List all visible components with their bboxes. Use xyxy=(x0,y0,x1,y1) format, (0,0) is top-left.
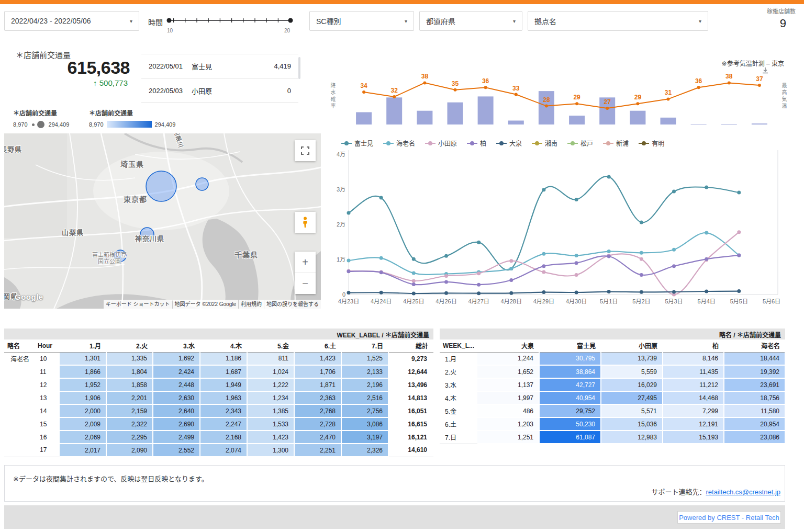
column-header[interactable]: Hour xyxy=(35,339,60,352)
heatmap-cell: 1,222 xyxy=(247,378,294,391)
column-header[interactable]: 柏 xyxy=(663,339,724,352)
heatmap-cell: 12,983 xyxy=(601,431,663,444)
support-contact: サポート連絡先：retailtech.cs@crestnet.jp xyxy=(651,486,780,496)
y-axis-label: 4万 xyxy=(337,151,345,157)
prefecture-filter[interactable]: 都道府県 ▾ xyxy=(419,11,522,31)
group-label-cell: 海老名 xyxy=(4,352,35,365)
fullscreen-button[interactable] xyxy=(295,140,316,161)
temp-label: 36 xyxy=(695,77,702,85)
pegman-button[interactable] xyxy=(295,212,316,233)
bubble-legend-min: 8,970 xyxy=(13,121,28,128)
heatmap-cell: 15,036 xyxy=(601,417,663,431)
column-header[interactable]: 総計 xyxy=(388,339,433,352)
column-header[interactable]: 略名 xyxy=(4,339,35,352)
site-filter[interactable]: 拠点名 ▾ xyxy=(528,11,708,31)
powered-by-button[interactable]: Powered by CREST - Retail Tech xyxy=(677,511,781,524)
column-header[interactable]: 1.月 xyxy=(60,339,106,352)
map[interactable]: 長野県埼玉県東京都山梨県神奈川県千葉県静岡県利根川 富士箱根伊豆国立公園 Goo… xyxy=(4,133,321,309)
temp-point xyxy=(758,84,761,87)
zoom-in-button[interactable]: + xyxy=(295,252,316,273)
temp-point xyxy=(454,88,457,92)
heatmap-cell: 18,444 xyxy=(724,352,785,365)
data-point xyxy=(347,269,351,273)
mini-table-row: 2022/05/01富士見4,419 xyxy=(141,54,298,78)
column-header[interactable]: 小田原 xyxy=(601,339,663,352)
heatmap-cell: 50,230 xyxy=(539,417,601,431)
hour-cell: 16 xyxy=(35,431,60,444)
temp-point xyxy=(362,90,365,94)
hour-cell: 10 xyxy=(35,352,60,365)
heatmap-cell: 1,906 xyxy=(60,391,106,404)
zoom-out-button[interactable]: − xyxy=(295,273,316,294)
precip-bar xyxy=(569,116,585,124)
temp-label: 27 xyxy=(604,98,611,106)
y-axis-label: 0 xyxy=(342,291,345,298)
table-row: 3.水1,13742,72716,02911,21223,691 xyxy=(440,378,785,391)
heatmap-cell: 13,739 xyxy=(601,352,663,365)
column-header[interactable]: 4.木 xyxy=(200,339,247,352)
data-point xyxy=(509,278,513,282)
heatmap-cell: 1,952 xyxy=(60,378,106,391)
column-header[interactable]: 富士見 xyxy=(539,339,601,352)
data-point xyxy=(509,259,513,263)
y-axis-label: 1万 xyxy=(337,256,345,263)
data-point xyxy=(705,290,708,293)
store-bubble[interactable] xyxy=(196,178,208,190)
heatmap-cell: 1,692 xyxy=(153,352,200,365)
slider-min-label: 10 xyxy=(167,28,173,33)
color-legend-max: 294,409 xyxy=(155,121,176,128)
export-icon[interactable] xyxy=(762,67,769,74)
heatmap-cell: 5,571 xyxy=(601,404,663,417)
weekday-table: 略名 / ＊店舗前交通量 WEEK_L...大泉富士見小田原柏海老名1.月1,2… xyxy=(440,329,785,444)
x-axis-label: 4月23日 xyxy=(338,298,359,304)
zoom-control: + − xyxy=(295,252,316,294)
date-range-filter[interactable]: 2022/04/23 - 2022/05/06 ▾ xyxy=(4,11,139,31)
data-point xyxy=(640,251,643,255)
total-cell: 16,121 xyxy=(388,431,433,444)
column-header[interactable]: 6.土 xyxy=(294,339,341,352)
time-slider-filter[interactable]: 時間 10 20 xyxy=(148,11,305,35)
precip-bar xyxy=(721,124,737,124)
column-header[interactable]: 7.日 xyxy=(341,339,388,352)
temp-label: 29 xyxy=(573,94,580,101)
time-slider[interactable] xyxy=(165,12,296,30)
small-bubble-icon xyxy=(32,123,35,126)
heatmap-cell: 27,495 xyxy=(601,391,663,404)
store-count-label: 稼働店舗数 xyxy=(722,7,796,15)
store-bubble[interactable] xyxy=(140,228,154,241)
heatmap-cell: 2,009 xyxy=(60,417,106,431)
temp-label: 38 xyxy=(421,73,429,80)
heatmap-cell: 1,533 xyxy=(247,417,294,431)
support-email-link[interactable]: retailtech.cs@crestnet.jp xyxy=(706,488,780,496)
store-bubble[interactable] xyxy=(146,171,176,201)
mini-table-row: 2022/05/03小田原0 xyxy=(141,78,298,103)
slider-handle-max[interactable] xyxy=(288,18,293,23)
column-header[interactable]: WEEK_L... xyxy=(440,339,477,352)
column-header[interactable]: 大泉 xyxy=(477,339,539,352)
report-error-link[interactable]: 地図の誤りを報告する xyxy=(264,300,321,309)
data-point xyxy=(412,257,416,261)
slider-handle-min[interactable] xyxy=(167,18,172,23)
keyboard-shortcuts-link[interactable]: キーボード ショートカット xyxy=(104,300,172,309)
hourly-heatmap-table: 略名Hour1.月2.火3.水4.木5.金6.土7.日総計海老名101,3011… xyxy=(4,339,433,457)
heatmap-cell: 1,963 xyxy=(200,391,247,404)
sc-type-filter[interactable]: SC種別 ▾ xyxy=(309,11,414,31)
site-value: 拠点名 xyxy=(534,16,556,26)
scrollbar[interactable] xyxy=(298,57,300,79)
column-header[interactable]: 2.火 xyxy=(106,339,153,352)
heatmap-cell: 1,949 xyxy=(200,378,247,391)
column-header[interactable]: 5.金 xyxy=(247,339,294,352)
terms-link[interactable]: 利用規約 xyxy=(239,300,264,309)
column-header[interactable]: 海老名 xyxy=(724,339,785,352)
heatmap-cell: 1,203 xyxy=(477,417,539,431)
column-header[interactable]: 3.水 xyxy=(153,339,200,352)
map-base-art xyxy=(4,133,321,309)
temp-label: 31 xyxy=(665,89,672,96)
data-point xyxy=(347,211,351,214)
data-point xyxy=(542,290,545,294)
group-label-cell xyxy=(4,444,35,457)
precip-bar xyxy=(661,118,676,124)
data-point xyxy=(509,291,513,295)
heatmap-cell: 2,448 xyxy=(153,378,200,391)
temp-label: 34 xyxy=(360,82,367,89)
